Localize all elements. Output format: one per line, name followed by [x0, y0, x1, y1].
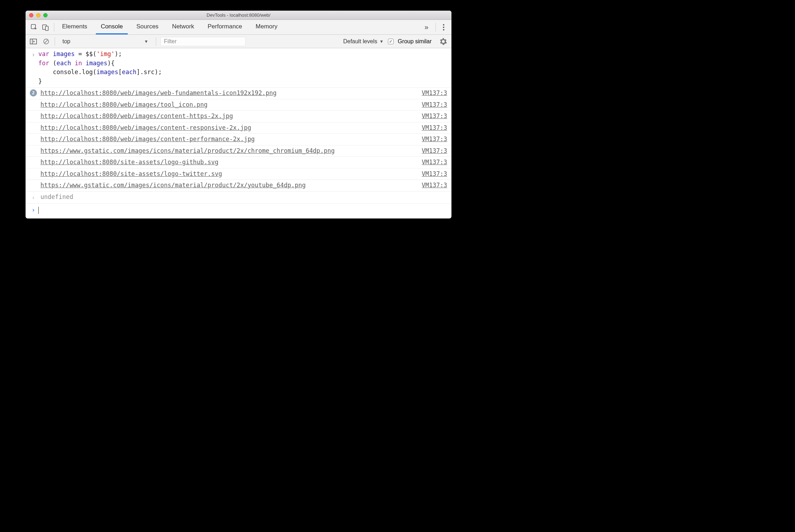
chevron-down-icon: ▼	[379, 39, 384, 44]
console-log-row: http://localhost:8080/web/images/content…	[26, 134, 451, 145]
tab-elements[interactable]: Elements	[57, 20, 92, 34]
log-source-link[interactable]: VM137:3	[422, 170, 447, 177]
svg-point-4	[443, 27, 444, 28]
tab-sources[interactable]: Sources	[131, 20, 163, 34]
log-url-link[interactable]: https://www.gstatic.com/images/icons/mat…	[40, 147, 335, 154]
log-source-link[interactable]: VM137:3	[422, 182, 447, 189]
group-similar-label: Group similar	[398, 38, 432, 45]
log-source-link[interactable]: VM137:3	[422, 124, 447, 131]
inspect-element-icon[interactable]	[28, 20, 40, 34]
svg-point-3	[443, 24, 444, 26]
log-source: VM137:3	[416, 123, 447, 133]
return-value-row: ‹ undefined	[26, 192, 451, 204]
show-console-sidebar-icon[interactable]	[29, 37, 38, 46]
console-log-row: http://localhost:8080/site-assets/logo-t…	[26, 168, 451, 180]
console-log-row: http://localhost:8080/web/images/content…	[26, 122, 451, 134]
log-source: VM137:3	[416, 146, 447, 156]
group-similar-checkbox[interactable]	[388, 39, 394, 44]
window-title: DevTools - localhost:8080/web/	[26, 12, 451, 18]
repeat-count-badge: 2	[30, 89, 37, 96]
context-label: top	[62, 38, 70, 45]
chevron-down-icon: ▼	[144, 39, 148, 44]
log-url-link[interactable]: http://localhost:8080/site-assets/logo-t…	[40, 170, 222, 177]
panel-tabs: ElementsConsoleSourcesNetworkPerformance…	[57, 20, 420, 34]
separator	[54, 23, 54, 32]
window-controls	[29, 13, 48, 17]
devtools-window: DevTools - localhost:8080/web/ ElementsC…	[26, 11, 451, 218]
log-source: VM137:3	[416, 112, 447, 121]
console-toolbar: top ▼ Default levels ▼ Group similar	[26, 35, 451, 48]
prompt-caret-icon: ›	[28, 206, 38, 215]
log-message: http://localhost:8080/web/images/web-fun…	[38, 89, 416, 98]
code-block: var images = $$('img'); for (each in ima…	[38, 50, 162, 86]
separator	[435, 23, 436, 32]
titlebar: DevTools - localhost:8080/web/	[26, 11, 451, 20]
prompt-input[interactable]	[38, 206, 39, 215]
return-arrow-icon: ‹	[28, 193, 38, 203]
console-output: › var images = $$('img'); for (each in i…	[26, 48, 451, 218]
log-source-link[interactable]: VM137:3	[422, 159, 447, 166]
log-source: VM137:3	[416, 181, 447, 190]
console-settings-icon[interactable]	[439, 38, 448, 45]
console-log-row: 2http://localhost:8080/web/images/web-fu…	[26, 88, 451, 99]
log-levels-selector[interactable]: Default levels ▼	[343, 38, 384, 45]
log-source: VM137:3	[416, 135, 447, 144]
tab-performance[interactable]: Performance	[203, 20, 247, 34]
log-source: VM137:3	[416, 158, 447, 167]
return-value: undefined	[38, 193, 447, 202]
tab-console[interactable]: Console	[96, 20, 128, 34]
toggle-device-toolbar-icon[interactable]	[40, 20, 51, 34]
separator	[156, 37, 156, 46]
console-log-row: http://localhost:8080/web/images/tool_ic…	[26, 99, 451, 111]
console-log-row: http://localhost:8080/web/images/content…	[26, 111, 451, 122]
input-caret-icon: ›	[28, 50, 38, 60]
log-url-link[interactable]: http://localhost:8080/web/images/tool_ic…	[40, 101, 208, 108]
console-log-row: https://www.gstatic.com/images/icons/mat…	[26, 145, 451, 157]
log-source-link[interactable]: VM137:3	[422, 89, 447, 96]
execution-context-selector[interactable]: top ▼	[59, 37, 152, 46]
console-log-row: https://www.gstatic.com/images/icons/mat…	[26, 180, 451, 192]
log-source: VM137:3	[416, 89, 447, 98]
close-window-button[interactable]	[29, 13, 33, 17]
main-tabbar: ElementsConsoleSourcesNetworkPerformance…	[26, 20, 451, 35]
more-tabs-button[interactable]: »	[420, 20, 433, 34]
log-message: http://localhost:8080/web/images/content…	[38, 123, 416, 133]
log-url-link[interactable]: http://localhost:8080/web/images/web-fun…	[40, 89, 276, 96]
minimize-window-button[interactable]	[36, 13, 40, 17]
log-message: http://localhost:8080/web/images/tool_ic…	[38, 100, 416, 110]
devtools-menu-button[interactable]	[439, 20, 449, 34]
log-message: https://www.gstatic.com/images/icons/mat…	[38, 181, 416, 190]
tab-network[interactable]: Network	[167, 20, 199, 34]
zoom-window-button[interactable]	[43, 13, 48, 17]
separator	[55, 37, 55, 46]
log-message: http://localhost:8080/site-assets/logo-t…	[38, 170, 416, 179]
tab-memory[interactable]: Memory	[251, 20, 282, 34]
console-prompt[interactable]: ›	[26, 204, 451, 218]
log-source-link[interactable]: VM137:3	[422, 112, 447, 120]
log-source-link[interactable]: VM137:3	[422, 147, 447, 154]
svg-point-5	[443, 29, 444, 31]
log-url-link[interactable]: https://www.gstatic.com/images/icons/mat…	[40, 182, 306, 189]
log-source-link[interactable]: VM137:3	[422, 135, 447, 143]
log-message: http://localhost:8080/site-assets/logo-g…	[38, 158, 416, 167]
log-source-link[interactable]: VM137:3	[422, 101, 447, 108]
console-input-echo: › var images = $$('img'); for (each in i…	[26, 48, 451, 88]
clear-console-icon[interactable]	[42, 37, 50, 46]
svg-rect-2	[45, 26, 48, 31]
log-source: VM137:3	[416, 100, 447, 110]
levels-label: Default levels	[343, 38, 377, 45]
log-url-link[interactable]: http://localhost:8080/web/images/content…	[40, 112, 233, 120]
log-message: https://www.gstatic.com/images/icons/mat…	[38, 146, 416, 156]
log-url-link[interactable]: http://localhost:8080/web/images/content…	[40, 135, 255, 143]
log-message: http://localhost:8080/web/images/content…	[38, 135, 416, 144]
log-url-link[interactable]: http://localhost:8080/site-assets/logo-g…	[40, 159, 219, 166]
log-source: VM137:3	[416, 170, 447, 179]
filter-input[interactable]	[160, 37, 246, 46]
log-message: http://localhost:8080/web/images/content…	[38, 112, 416, 121]
log-url-link[interactable]: http://localhost:8080/web/images/content…	[40, 124, 251, 131]
console-log-row: http://localhost:8080/site-assets/logo-g…	[26, 157, 451, 168]
